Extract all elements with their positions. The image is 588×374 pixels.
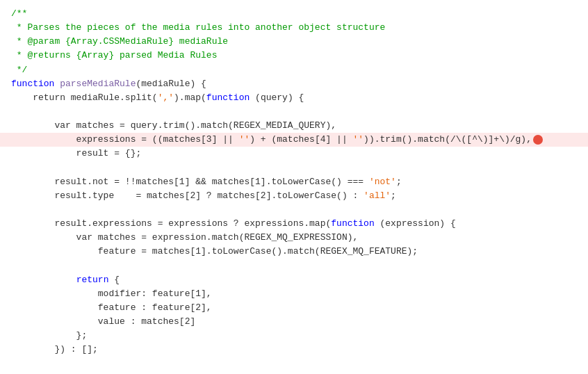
code-token: return (54, 371, 87, 374)
code-line (0, 105, 588, 119)
code-token: (mediaRule) { (136, 77, 206, 91)
code-line: return result; (0, 371, 588, 374)
code-token: 'not' (369, 175, 396, 189)
code-token: }; (11, 329, 87, 343)
code-editor: /** * Parses the pieces of the media rul… (0, 0, 588, 374)
code-token: * @returns {Array} parsed Media Rules (11, 49, 217, 63)
code-token: modifier: feature[1], (11, 287, 212, 301)
code-token: return mediaRule.split( (11, 91, 158, 105)
code-token: * Parses the pieces of the media rules i… (11, 21, 385, 35)
code-token: ; (391, 189, 396, 203)
code-token: ) + (matches[4] || (250, 133, 352, 147)
code-line: * Parses the pieces of the media rules i… (0, 21, 588, 35)
code-token: (query) { (250, 91, 304, 105)
code-line: /** (0, 7, 588, 21)
code-line: */ (0, 63, 588, 77)
code-token: '' (353, 133, 364, 147)
code-line: * @returns {Array} parsed Media Rules (0, 49, 588, 63)
code-token: /** (11, 7, 27, 21)
code-token: }) : []; (11, 343, 98, 357)
code-token: ',' (158, 91, 174, 105)
code-token: (expression) { (375, 217, 456, 231)
code-token: function (206, 91, 250, 105)
code-token: )).trim().match(/\([^\)]+\)/g), (364, 133, 532, 147)
code-token: ; (396, 175, 402, 189)
code-token: result; (87, 371, 130, 374)
code-token: feature = matches[1].toLowerCase().match… (11, 245, 418, 259)
code-line: expressions = ((matches[3] || '') + (mat… (0, 133, 588, 147)
code-line: return mediaRule.split(',').map(function… (0, 91, 588, 105)
code-line: }; (0, 329, 588, 343)
code-token: expressions = ((matches[3] || (11, 133, 239, 147)
code-line: modifier: feature[1], (0, 287, 588, 301)
code-line: feature : feature[2], (0, 301, 588, 315)
error-indicator (533, 135, 543, 145)
code-token: value : matches[2] (11, 315, 195, 329)
code-line: result.expressions = expressions ? expre… (0, 217, 588, 231)
code-line: value : matches[2] (0, 315, 588, 329)
code-token: result.expressions = expressions ? expre… (11, 217, 331, 231)
code-line: }) : []; (0, 343, 588, 357)
code-token: */ (11, 63, 27, 77)
code-token: function (331, 217, 374, 231)
code-token: ).map( (174, 91, 206, 105)
code-line (0, 203, 588, 217)
code-line: result.not = !!matches[1] && matches[1].… (0, 175, 588, 189)
code-token: var matches = expression.match(REGEX_MQ_… (11, 231, 358, 245)
code-token: var matches = query.trim().match(REGEX_M… (11, 119, 336, 133)
code-token: * @param {Array.CSSMediaRule} mediaRule (11, 35, 228, 49)
code-line: feature = matches[1].toLowerCase().match… (0, 245, 588, 259)
code-line (0, 259, 588, 273)
code-token: feature : feature[2], (11, 301, 212, 315)
code-token (11, 371, 54, 374)
code-token (11, 273, 76, 287)
code-token: '' (239, 133, 250, 147)
code-line: var matches = query.trim().match(REGEX_M… (0, 119, 588, 133)
code-line: * @param {Array.CSSMediaRule} mediaRule (0, 35, 588, 49)
code-line: function parseMediaRule(mediaRule) { (0, 77, 588, 91)
code-line: result = {}; (0, 147, 588, 161)
code-line (0, 161, 588, 175)
code-line: var matches = expression.match(REGEX_MQ_… (0, 231, 588, 245)
code-token: result.not = !!matches[1] && matches[1].… (11, 175, 369, 189)
code-line: result.type = matches[2] ? matches[2].to… (0, 189, 588, 203)
code-token: result = {}; (11, 147, 141, 161)
code-token: return (76, 273, 109, 287)
code-line: return { (0, 273, 588, 287)
code-token: { (108, 273, 120, 287)
code-token: result.type = matches[2] ? matches[2].to… (11, 189, 364, 203)
code-line (0, 357, 588, 371)
code-token: function (11, 77, 60, 91)
code-token: parseMediaRule (60, 77, 136, 91)
code-token: 'all' (364, 189, 391, 203)
